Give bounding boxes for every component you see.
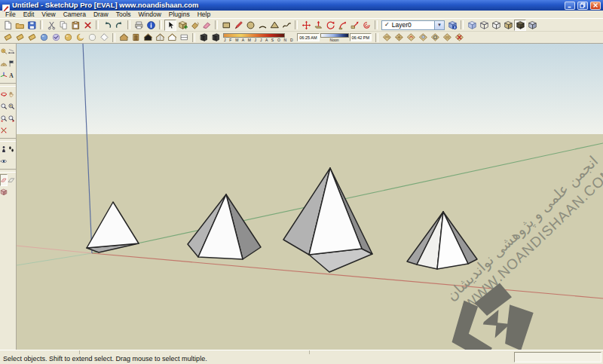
position-camera-icon[interactable] [0, 143, 8, 155]
check-tool-icon[interactable] [50, 32, 62, 43]
menu-window[interactable]: Window [135, 11, 165, 18]
orbit-icon[interactable] [0, 88, 8, 100]
zoom-window-icon[interactable] [8, 100, 15, 112]
zoom-previous-icon[interactable] [0, 112, 8, 124]
toolbar-separator [215, 20, 218, 29]
section-display-icon[interactable] [8, 174, 15, 186]
pan-icon[interactable] [8, 88, 15, 100]
shadow-time-slider[interactable]: 06:25 AM Noon 06:42 PM [297, 33, 372, 42]
menu-help[interactable]: Help [194, 11, 214, 18]
delete-icon[interactable] [81, 20, 93, 31]
dimension-icon[interactable] [8, 45, 15, 57]
follow-me-icon[interactable] [336, 20, 348, 31]
select-icon[interactable] [164, 20, 176, 31]
shadow-date-slider[interactable]: J F M A M J J A S O N D [223, 33, 294, 42]
add-detail-icon[interactable] [441, 32, 453, 43]
layer-dropdown[interactable]: ✓ Layer0 ▼ [381, 20, 445, 30]
zoom-next-icon[interactable] [8, 112, 15, 124]
cut-icon[interactable] [45, 20, 57, 31]
scale-icon[interactable] [348, 20, 360, 31]
hidden-line-icon[interactable] [490, 20, 502, 31]
tape-measure-icon[interactable] [0, 45, 8, 57]
zoom-extents-icon[interactable] [0, 124, 8, 136]
drape-icon[interactable] [429, 32, 441, 43]
zoom-icon[interactable] [0, 100, 8, 112]
model-info-icon[interactable] [145, 20, 157, 31]
copy-icon[interactable] [57, 20, 69, 31]
freehand-icon[interactable] [280, 20, 292, 31]
flip-edge-icon[interactable] [453, 32, 465, 43]
menu-file[interactable]: File [2, 11, 20, 18]
section-cube-icon[interactable] [0, 186, 8, 198]
minimize-button[interactable] [565, 2, 575, 10]
layer-dropdown-value: Layer0 [392, 21, 412, 29]
close-button[interactable] [590, 2, 601, 10]
open-icon[interactable] [14, 20, 26, 31]
view-top-icon[interactable] [130, 32, 142, 43]
push-pull-icon[interactable] [312, 20, 324, 31]
make-component-icon[interactable] [176, 20, 188, 31]
rotate-icon[interactable] [324, 20, 336, 31]
paste-icon[interactable] [69, 20, 81, 31]
paint-bucket-icon[interactable] [188, 20, 200, 31]
view-front-icon[interactable] [142, 32, 154, 43]
xray-icon[interactable] [466, 20, 478, 31]
view-right-icon[interactable] [154, 32, 166, 43]
text-icon[interactable] [8, 57, 15, 69]
tag-tool-1-icon[interactable] [2, 32, 14, 43]
print-icon[interactable] [133, 20, 145, 31]
redo-icon[interactable] [113, 20, 125, 31]
layer-manager-icon[interactable] [446, 20, 458, 31]
shaded-with-textures-icon[interactable] [514, 20, 526, 31]
menu-tools[interactable]: Tools [112, 11, 135, 18]
maximize-button[interactable] [577, 2, 588, 10]
new-icon[interactable] [2, 20, 14, 31]
toolbar-separator [127, 20, 130, 29]
blank-2-icon [8, 155, 15, 167]
circle-icon[interactable] [244, 20, 256, 31]
save-icon[interactable] [26, 20, 38, 31]
measurements-box[interactable] [514, 352, 601, 362]
3d-text-icon[interactable]: A [8, 69, 15, 81]
menu-plugins[interactable]: Plugins [165, 11, 194, 18]
eraser-icon[interactable] [200, 20, 213, 31]
undo-icon[interactable] [101, 20, 113, 31]
status-message: Select objects. Shift to extend select. … [2, 355, 514, 364]
menu-camera[interactable]: Camera [60, 11, 90, 18]
move-icon[interactable] [300, 20, 312, 31]
smoove-icon[interactable] [405, 32, 417, 43]
shadow-toggle-icon[interactable] [210, 32, 222, 43]
sphere-tool-gold-icon[interactable] [62, 32, 74, 43]
wireframe-icon[interactable] [478, 20, 490, 31]
menu-draw[interactable]: Draw [90, 11, 112, 18]
view-iso-icon[interactable] [118, 32, 130, 43]
diamond-tool-icon[interactable] [98, 32, 110, 43]
sphere-tool-white-icon[interactable] [86, 32, 98, 43]
tag-tool-3-icon[interactable] [26, 32, 38, 43]
look-around-icon[interactable] [0, 155, 8, 167]
stamp-icon[interactable] [417, 32, 429, 43]
rectangle-icon[interactable] [220, 20, 232, 31]
section-plane-icon[interactable] [0, 174, 8, 186]
crescent-tool-icon[interactable] [74, 32, 86, 43]
drawing-canvas[interactable]: انجمن علمی و پژوهشی نواندیشانWWW.NOANDIS… [17, 44, 603, 350]
tag-tool-2-icon[interactable] [14, 32, 26, 43]
from-contours-icon[interactable] [381, 32, 393, 43]
arc-icon[interactable] [256, 20, 268, 31]
offset-icon[interactable] [360, 20, 372, 31]
line-icon[interactable] [232, 20, 244, 31]
from-scratch-icon[interactable] [393, 32, 405, 43]
view-back-icon[interactable] [166, 32, 178, 43]
shaded-icon[interactable] [502, 20, 514, 31]
walk-icon[interactable] [8, 143, 15, 155]
protractor-icon[interactable] [0, 57, 8, 69]
view-left-icon[interactable] [178, 32, 190, 43]
monochrome-icon[interactable] [526, 20, 538, 31]
menu-view[interactable]: View [38, 11, 59, 18]
polygon-icon[interactable] [268, 20, 280, 31]
chevron-down-icon[interactable]: ▼ [434, 21, 444, 29]
shadow-settings-icon[interactable] [197, 32, 210, 43]
menu-edit[interactable]: Edit [20, 11, 38, 18]
axes-icon[interactable] [0, 69, 8, 81]
sphere-tool-blue-icon[interactable] [38, 32, 50, 43]
